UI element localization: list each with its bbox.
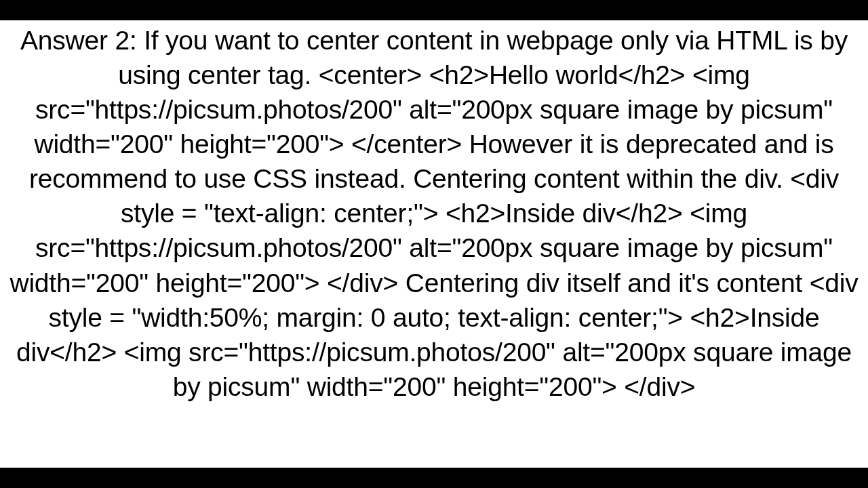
content-area: Answer 2: If you want to center content …	[0, 20, 868, 468]
bottom-black-bar	[0, 468, 868, 488]
top-black-bar	[0, 0, 868, 20]
answer-body-text: Answer 2: If you want to center content …	[7, 23, 861, 404]
